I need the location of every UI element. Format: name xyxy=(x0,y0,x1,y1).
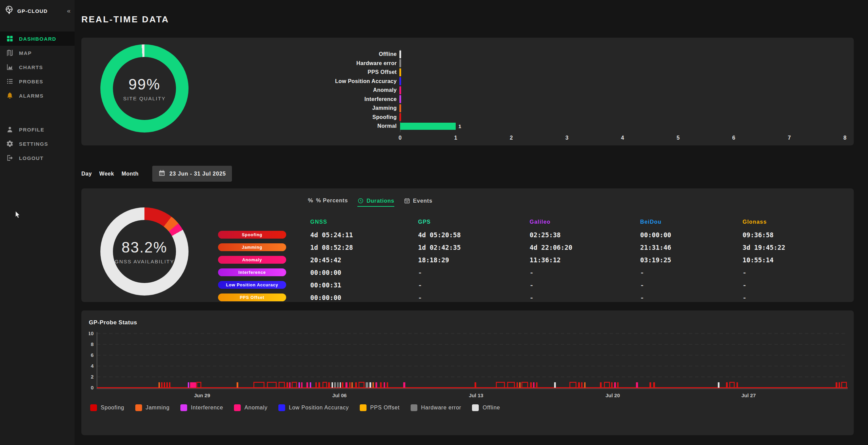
duration-value: - xyxy=(743,281,854,289)
svg-text:Jul 13: Jul 13 xyxy=(469,392,484,398)
sidebar-item-charts[interactable]: CHARTS xyxy=(0,60,75,74)
date-range-picker[interactable]: 23 Jun - 31 Jul 2025 xyxy=(152,166,232,182)
sidebar-item-logout[interactable]: LOGOUT xyxy=(0,151,75,165)
sidebar-item-alarms[interactable]: ALARMS xyxy=(0,88,75,103)
legend-label: Interference xyxy=(191,405,223,411)
qty-tick-anomaly xyxy=(399,86,401,94)
sidebar-item-map[interactable]: MAP xyxy=(0,46,75,60)
sidebar-item-probes[interactable]: PROBES xyxy=(0,74,75,88)
alarm-bell-icon xyxy=(6,92,14,100)
site-quality-label: SITE QUALITY xyxy=(123,96,166,101)
metric-pill-cell: Jamming xyxy=(218,243,310,251)
sidebar-collapse-button[interactable]: « xyxy=(67,7,70,15)
availability-table: GNSSGPSGalileoBeiDouGlonassSpoofing4d 05… xyxy=(218,215,854,304)
sidebar-item-settings[interactable]: SETTINGS xyxy=(0,137,75,151)
qty-row: Low Position Accuracy xyxy=(217,77,854,86)
metric-pill-cell: Anomaly xyxy=(218,256,310,264)
percent-icon: % xyxy=(308,197,313,204)
qty-track xyxy=(400,113,854,122)
tab-events[interactable]: 10Events xyxy=(404,198,432,207)
gnss-availability-donut-block: 83.2% GNSS AVAILABILITY xyxy=(81,188,217,302)
table-corner-cell xyxy=(218,225,310,228)
legend-swatch xyxy=(411,404,417,411)
qty-row: Offline xyxy=(217,50,854,59)
duration-value: 21:31:46 xyxy=(640,244,743,251)
gnss-availability-label: GNSS AVAILABILITY xyxy=(115,259,174,264)
sidebar-item-label: ALARMS xyxy=(19,93,44,99)
qty-axis-tick: 2 xyxy=(510,135,513,141)
sidebar-item-label: PROFILE xyxy=(19,127,44,133)
sidebar-item-dashboard[interactable]: DASHBOARD xyxy=(0,32,75,46)
column-header-beidou: BeiDou xyxy=(640,219,743,228)
tab--percents[interactable]: %% Percents xyxy=(308,197,348,207)
range-option-day[interactable]: Day xyxy=(81,171,92,177)
date-range-value: 23 Jun - 31 Jul 2025 xyxy=(170,171,226,177)
gnss-availability-value: 83.2% xyxy=(122,239,167,256)
metric-pill-jamming: Jamming xyxy=(218,243,286,251)
metric-pill-cell: Interference xyxy=(218,268,310,276)
clock-icon xyxy=(357,198,364,204)
qty-track xyxy=(400,104,854,113)
profile-icon xyxy=(6,125,14,134)
sidebar-item-profile[interactable]: PROFILE xyxy=(0,122,75,137)
duration-value: 00:00:00 xyxy=(640,231,743,239)
qty-tick-pps-offset xyxy=(399,68,401,76)
duration-value: 00:00:00 xyxy=(310,294,418,301)
svg-text:6: 6 xyxy=(91,352,94,358)
sidebar-item-label: CHARTS xyxy=(19,64,43,70)
qty-category-label: Spoofing xyxy=(217,114,400,120)
sidebar-item-label: MAP xyxy=(19,50,32,56)
calendar-events-icon: 10 xyxy=(404,198,410,204)
availability-tabs: %% PercentsDurations10Events xyxy=(308,197,854,207)
qty-category-label: Jamming xyxy=(217,105,400,111)
legend-swatch xyxy=(360,404,367,411)
qty-track xyxy=(400,86,854,95)
column-header-glonass: Glonass xyxy=(743,219,854,228)
duration-value: 02:25:38 xyxy=(530,231,640,239)
qty-bar-normal xyxy=(400,123,456,130)
qty-row: PPS Offset xyxy=(217,68,854,77)
legend-item-pps-offset: PPS Offset xyxy=(360,404,400,411)
qty-row: Jamming xyxy=(217,104,854,113)
qty-tick-jamming xyxy=(399,104,401,112)
duration-value: 1d 08:52:28 xyxy=(310,244,418,251)
legend-label: Jamming xyxy=(146,405,170,411)
qty-tick-hardware-error xyxy=(399,59,401,67)
svg-text:Jun 29: Jun 29 xyxy=(194,392,210,398)
legend-swatch xyxy=(90,404,97,411)
legend-label: Hardware error xyxy=(421,405,461,411)
tab-label: Durations xyxy=(367,198,394,204)
sidebar-item-label: LOGOUT xyxy=(19,155,44,161)
legend-item-hardware-error: Hardware error xyxy=(411,404,461,411)
svg-text:Jul 20: Jul 20 xyxy=(606,392,620,398)
tab-label: Events xyxy=(413,198,432,204)
duration-value: 03:19:25 xyxy=(640,256,743,264)
tab-durations[interactable]: Durations xyxy=(357,198,394,207)
site-quality-donut-center: 99% SITE QUALITY xyxy=(113,57,176,120)
range-options: DayWeekMonth xyxy=(81,171,139,177)
qty-axis-tick: 4 xyxy=(621,135,624,141)
qty-category-label: Low Position Accuracy xyxy=(217,78,400,84)
site-status-card: 99% SITE QUALITY OfflineHardware errorPP… xyxy=(81,38,854,145)
sidebar-item-label: SETTINGS xyxy=(19,141,48,147)
qty-tick-interference xyxy=(399,95,401,103)
duration-value: - xyxy=(418,294,530,301)
svg-text:2: 2 xyxy=(91,374,94,380)
qty-axis-tick: 1 xyxy=(454,135,457,141)
site-quality-donut: 99% SITE QUALITY xyxy=(100,44,189,133)
qty-category-label: Offline xyxy=(217,51,400,57)
gp-cloud-logo-icon xyxy=(4,5,14,17)
sidebar-item-label: PROBES xyxy=(19,79,43,84)
range-option-week[interactable]: Week xyxy=(99,171,114,177)
sidebar-menu: DASHBOARD MAP CHARTS PROBES ALARMS xyxy=(0,32,75,103)
qty-row: Normal1 xyxy=(217,122,854,131)
duration-value: 4d 22:06:20 xyxy=(530,244,640,251)
legend-label: Anomaly xyxy=(244,405,268,411)
range-option-month[interactable]: Month xyxy=(121,171,138,177)
metric-pill-anomaly: Anomaly xyxy=(218,256,286,264)
gnss-availability-donut: 83.2% GNSS AVAILABILITY xyxy=(100,207,189,296)
duration-value: 09:36:58 xyxy=(743,231,854,239)
probes-list-icon xyxy=(6,77,14,85)
qty-axis-tick: 6 xyxy=(732,135,735,141)
qty-bar-value: 1 xyxy=(458,123,461,129)
